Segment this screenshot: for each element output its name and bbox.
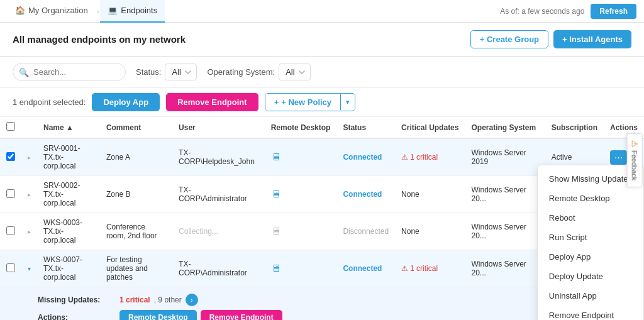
- row4-checkbox[interactable]: [6, 263, 15, 272]
- expand-arrow-icon[interactable]: ▸: [28, 191, 31, 198]
- row1-expand[interactable]: ▸: [21, 138, 37, 176]
- os-select[interactable]: All: [279, 63, 311, 80]
- col-status: Status: [336, 117, 395, 138]
- breadcrumb: 🏠 My Organization › 💻 Endpoints: [8, 0, 165, 23]
- missing-updates-nav-button[interactable]: ›: [186, 294, 198, 306]
- remote-desktop-icon: 🖥: [271, 226, 281, 236]
- row3-comment: Conference room, 2nd floor: [100, 213, 172, 250]
- row1-comment: Zone A: [100, 138, 172, 176]
- status-filter-group: Status: All: [136, 63, 197, 80]
- row3-os: Windows Server 20...: [465, 213, 545, 250]
- endpoints-icon: 💻: [108, 6, 118, 15]
- deploy-app-button[interactable]: Deploy App: [92, 93, 160, 111]
- row3-user: Collecting...: [172, 213, 265, 250]
- row2-checkbox-cell: [0, 176, 21, 213]
- row4-checkbox-cell: [0, 250, 21, 287]
- search-input[interactable]: [13, 63, 126, 81]
- row2-status: Connected: [336, 176, 395, 213]
- feedback-icon: ⚠: [630, 140, 639, 147]
- row4-expand[interactable]: ▾: [21, 250, 37, 287]
- row1-remote: 🖥: [265, 138, 337, 176]
- col-critical-updates: Critical Updates: [395, 117, 465, 138]
- expand-arrow-icon[interactable]: ▸: [28, 228, 31, 235]
- row1-checkbox-cell: [0, 138, 21, 176]
- os-filter-group: Operating System: All: [207, 63, 311, 80]
- col-expand: [21, 117, 37, 138]
- install-agents-button[interactable]: + Install Agents: [553, 30, 631, 48]
- row3-critical: None: [395, 213, 465, 250]
- os-label: Operating System:: [207, 67, 275, 77]
- remote-desktop-icon: 🖥: [271, 263, 281, 273]
- row2-remote: 🖥: [265, 176, 337, 213]
- row1-os: Windows Server 2019: [465, 138, 545, 176]
- row3-expand[interactable]: ▸: [21, 213, 37, 250]
- new-policy-split-button[interactable]: + + New Policy ▾: [265, 93, 355, 111]
- missing-updates-value: 1 critical , 9 other ›: [119, 294, 198, 306]
- remote-desktop-icon: 🖥: [271, 189, 281, 199]
- org-label: My Organization: [28, 6, 88, 15]
- new-policy-dropdown-arrow[interactable]: ▾: [340, 94, 355, 110]
- expand-arrow-icon[interactable]: ▾: [28, 265, 31, 272]
- new-policy-main[interactable]: + + New Policy: [265, 94, 340, 111]
- feedback-tab[interactable]: ⚠ Feedback: [626, 133, 642, 187]
- search-wrap: 🔍: [13, 63, 126, 81]
- col-checkbox: [0, 117, 21, 138]
- row2-name: SRV-0002-TX.tx-corp.local: [37, 176, 100, 213]
- row1-status: Connected: [336, 138, 395, 176]
- status-label: Status:: [136, 67, 161, 77]
- context-reboot[interactable]: Reboot: [538, 208, 643, 228]
- refresh-button[interactable]: Refresh: [591, 4, 636, 19]
- detail-remote-desktop-button[interactable]: Remote Desktop: [119, 310, 197, 320]
- col-os: Operating System: [465, 117, 545, 138]
- col-user: User: [172, 117, 265, 138]
- context-uninstall-app[interactable]: Uninstall App: [538, 286, 643, 306]
- nav-org[interactable]: 🏠 My Organization: [8, 0, 96, 23]
- context-remove-endpoint[interactable]: Remove Endpoint: [538, 306, 643, 320]
- plus-icon: +: [274, 97, 279, 107]
- missing-critical-text: 1 critical: [119, 295, 150, 304]
- actions-value: Remote Desktop Remove Endpoint: [119, 310, 282, 320]
- row4-remote: 🖥: [265, 250, 337, 287]
- select-all-checkbox[interactable]: [6, 122, 15, 131]
- table-header-row: Name ▲ Comment User Remote Desktop Statu…: [0, 117, 644, 138]
- expand-arrow-icon[interactable]: ▸: [28, 154, 31, 161]
- status-select[interactable]: All: [165, 63, 197, 80]
- context-deploy-update[interactable]: Deploy Update: [538, 267, 643, 286]
- row3-status: Disconnected: [336, 213, 395, 250]
- row1-name: SRV-0001-TX.tx-corp.local: [37, 138, 100, 176]
- as-of-text: As of: a few seconds ago: [500, 7, 584, 16]
- context-remote-desktop[interactable]: Remote Desktop: [538, 189, 643, 208]
- detail-remove-endpoint-button[interactable]: Remove Endpoint: [201, 310, 282, 320]
- filter-bar: 🔍 Status: All Operating System: All: [0, 57, 644, 88]
- new-policy-label: + New Policy: [281, 97, 331, 107]
- row2-expand[interactable]: ▸: [21, 176, 37, 213]
- col-name: Name ▲: [37, 117, 100, 138]
- row3-name: WKS-0003-TX.tx-corp.local: [37, 213, 100, 250]
- missing-updates-label: Missing Updates:: [38, 295, 113, 304]
- row2-comment: Zone B: [100, 176, 172, 213]
- col-subscription: Subscription: [545, 117, 604, 138]
- header-actions: + Create Group + Install Agents: [470, 30, 631, 48]
- remote-desktop-icon: 🖥: [271, 152, 281, 162]
- row4-os: Windows Server 20...: [465, 250, 545, 287]
- row4-status: Connected: [336, 250, 395, 287]
- missing-other-text: , 9 other: [154, 295, 182, 304]
- row2-checkbox[interactable]: [6, 189, 15, 198]
- row1-checkbox[interactable]: [6, 152, 15, 161]
- context-run-script[interactable]: Run Script: [538, 228, 643, 247]
- nav-endpoints[interactable]: 💻 Endpoints: [100, 0, 165, 23]
- feedback-label: Feedback: [631, 150, 638, 180]
- warning-icon: ⚠: [401, 153, 408, 162]
- actions-label: Actions:: [38, 313, 113, 320]
- row3-checkbox[interactable]: [6, 226, 15, 235]
- row2-user: TX-CORP\Administrator: [172, 176, 265, 213]
- top-nav-right: As of: a few seconds ago Refresh: [500, 4, 636, 19]
- action-bar: 1 endpoint selected: Deploy App Remove E…: [0, 88, 644, 117]
- row1-action-btn[interactable]: ⋯: [610, 150, 627, 165]
- row2-os: Windows Server 20...: [465, 176, 545, 213]
- row4-user: TX-CORP\Administrator: [172, 250, 265, 287]
- remove-endpoint-button[interactable]: Remove Endpoint: [166, 93, 258, 111]
- create-group-button[interactable]: + Create Group: [470, 30, 548, 48]
- context-deploy-app[interactable]: Deploy App: [538, 247, 643, 267]
- endpoints-label: Endpoints: [121, 6, 157, 15]
